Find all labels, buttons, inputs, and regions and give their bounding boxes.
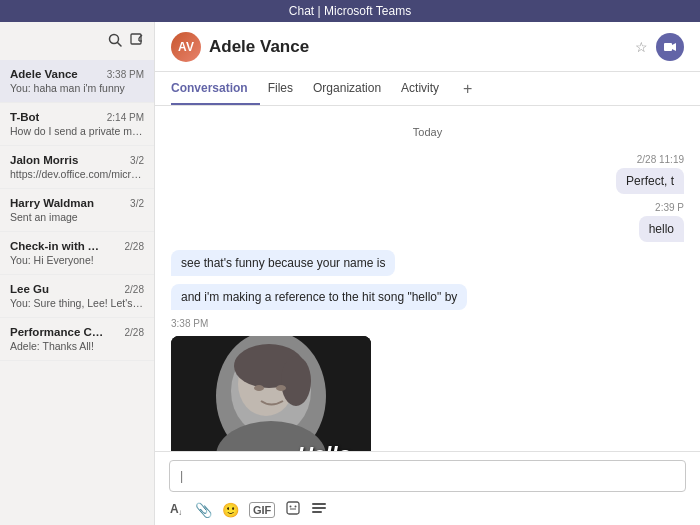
chat-item-preview: You: Hi Everyone! <box>10 254 144 266</box>
svg-point-22 <box>295 506 297 508</box>
message-bubble: see that's funny because your name is <box>171 250 395 276</box>
tab-files[interactable]: Files <box>268 73 305 105</box>
chat-list-item[interactable]: Jalon Morris 3/2 https://dev.office.com/… <box>0 146 154 189</box>
svg-rect-24 <box>312 507 326 509</box>
attach-icon[interactable]: 📎 <box>195 502 212 518</box>
chat-list-item[interactable]: Lee Gu 2/28 You: Sure thing, Lee! Let's … <box>0 275 154 318</box>
chat-item-name: Check-in with Alex <box>10 240 105 252</box>
svg-point-13 <box>281 356 311 406</box>
message-outgoing: 2/28 11:19Perfect, t <box>616 154 684 194</box>
chat-item-time: 2/28 <box>125 284 144 295</box>
chat-item-time: 3:38 PM <box>107 69 144 80</box>
more-options-icon[interactable] <box>311 500 327 519</box>
chat-item-preview: Sent an image <box>10 211 144 223</box>
date-divider: Today <box>171 126 684 138</box>
message-time: 2:39 P <box>655 202 684 213</box>
compose-icon[interactable] <box>130 33 144 50</box>
chat-item-name: T-Bot <box>10 111 39 123</box>
chat-item-time: 3/2 <box>130 155 144 166</box>
message-incoming: see that's funny because your name is <box>171 250 395 276</box>
search-icon[interactable] <box>108 33 122 50</box>
message-bubble: hello <box>639 216 684 242</box>
chat-item-preview: Adele: Thanks All! <box>10 340 144 352</box>
messages-area[interactable]: Today 2/28 11:19Perfect, t2:39 Phellosee… <box>155 106 700 451</box>
gif-icon[interactable]: GIF <box>249 502 275 518</box>
chat-list: Adele Vance 3:38 PM You: haha man i'm fu… <box>0 60 154 525</box>
tab-conversation[interactable]: Conversation <box>171 73 260 105</box>
message-gif: 3:38 PM <box>171 318 371 451</box>
chat-item-name: Jalon Morris <box>10 154 78 166</box>
chat-item-preview: https://dev.office.com/microsoft-tea... <box>10 168 144 180</box>
message-time: 3:38 PM <box>171 318 371 329</box>
chat-item-name: Lee Gu <box>10 283 49 295</box>
message-bubble: and i'm making a reference to the hit so… <box>171 284 467 310</box>
gif-image: Hello MakeA <box>171 336 371 451</box>
chat-item-time: 2/28 <box>125 241 144 252</box>
svg-rect-6 <box>664 43 672 51</box>
chat-item-time: 3/2 <box>130 198 144 209</box>
favorite-icon[interactable]: ☆ <box>635 39 648 55</box>
chat-item-preview: How do I send a private message? <box>10 125 144 137</box>
chat-item-time: 2:14 PM <box>107 112 144 123</box>
svg-point-15 <box>276 385 286 391</box>
video-call-button[interactable] <box>656 33 684 61</box>
chat-item-name: Harry Waldman <box>10 197 94 209</box>
sticker-icon[interactable] <box>285 500 301 519</box>
svg-rect-25 <box>312 511 322 513</box>
chat-list-item[interactable]: T-Bot 2:14 PM How do I send a private me… <box>0 103 154 146</box>
message-time: 2/28 11:19 <box>637 154 684 165</box>
message-outgoing: 2:39 Phello <box>639 202 684 242</box>
chat-list-item[interactable]: Harry Waldman 3/2 Sent an image <box>0 189 154 232</box>
chat-item-name: Adele Vance <box>10 68 78 80</box>
title-bar: Chat | Microsoft Teams <box>0 0 700 22</box>
emoji-icon[interactable]: 🙂 <box>222 502 239 518</box>
svg-line-1 <box>118 42 122 46</box>
input-area: A ↓ 📎 🙂 GIF <box>155 451 700 525</box>
chat-list-item[interactable]: Performance Conversation 2/28 Adele: Tha… <box>0 318 154 361</box>
avatar: AV <box>171 32 201 62</box>
message-input[interactable] <box>169 460 686 492</box>
contact-name: Adele Vance <box>209 37 627 57</box>
tab-activity[interactable]: Activity <box>401 73 451 105</box>
message-incoming: and i'm making a reference to the hit so… <box>171 284 467 310</box>
chat-list-item[interactable]: Adele Vance 3:38 PM You: haha man i'm fu… <box>0 60 154 103</box>
chat-item-preview: You: haha man i'm funny <box>10 82 144 94</box>
sidebar-header <box>0 22 154 60</box>
main-chat: AV Adele Vance ☆ ConversationFilesOrgani… <box>155 22 700 525</box>
svg-point-14 <box>254 385 264 391</box>
svg-rect-19 <box>287 502 299 514</box>
svg-marker-7 <box>672 43 676 51</box>
message-bubble: Perfect, t <box>616 168 684 194</box>
sidebar: Adele Vance 3:38 PM You: haha man i'm fu… <box>0 22 155 525</box>
chat-header: AV Adele Vance ☆ <box>155 22 700 72</box>
tabs-bar: ConversationFilesOrganizationActivity+ <box>155 72 700 106</box>
svg-rect-23 <box>312 503 326 505</box>
format-text-icon[interactable]: A ↓ <box>169 500 185 519</box>
svg-point-21 <box>290 506 292 508</box>
add-tab-button[interactable]: + <box>459 76 476 102</box>
svg-text:↓: ↓ <box>178 508 182 516</box>
chat-item-name: Performance Conversation <box>10 326 105 338</box>
tab-organization[interactable]: Organization <box>313 73 393 105</box>
chat-item-time: 2/28 <box>125 327 144 338</box>
message-toolbar: A ↓ 📎 🙂 GIF <box>169 498 686 521</box>
chat-list-item[interactable]: Check-in with Alex 2/28 You: Hi Everyone… <box>0 232 154 275</box>
chat-item-preview: You: Sure thing, Lee! Let's do it! <box>10 297 144 309</box>
title-text: Chat | Microsoft Teams <box>289 4 411 18</box>
